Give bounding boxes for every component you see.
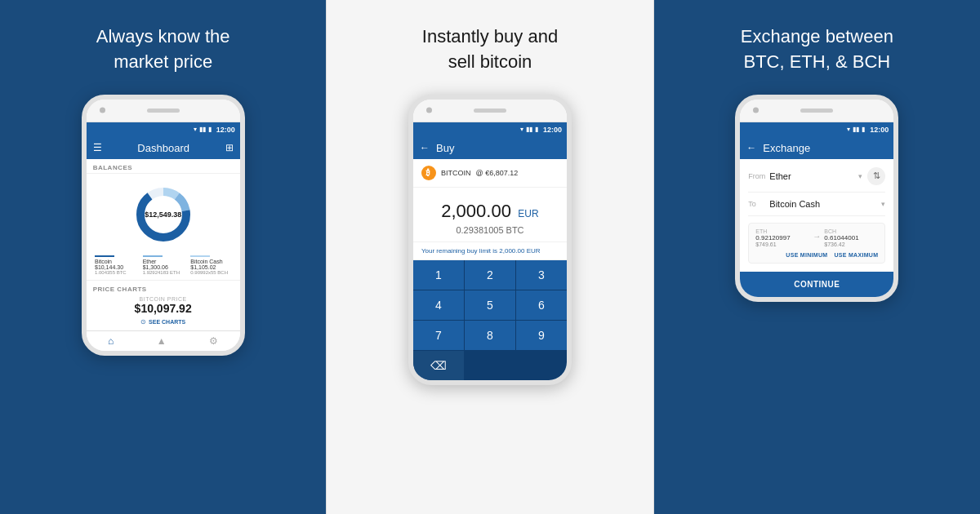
bch-usd: $736.42 xyxy=(824,241,878,247)
bch-usd: $1,105.02 xyxy=(190,264,216,270)
numpad-4[interactable]: 4 xyxy=(413,290,464,320)
btc-usd: $10,144.30 xyxy=(95,264,123,270)
use-links-row: USE MINIMUM USE MAXIMUM xyxy=(755,252,878,258)
phone-dashboard: ▾ ▮▮ ▮ 12:00 ☰ Dashboard ⊞ BALANCES xyxy=(82,95,245,356)
balance-eth: Ether $1,300.06 1.92924183 ETH xyxy=(143,255,184,275)
numpad-3[interactable]: 3 xyxy=(516,260,567,290)
numpad-7[interactable]: 7 xyxy=(413,321,464,350)
use-maximum-btn[interactable]: USE MAXIMUM xyxy=(834,252,878,258)
balance-bch: Bitcoin Cash $1,105.02 0.90992x55 BCH xyxy=(190,255,231,275)
phone-top-bar-exchange xyxy=(740,100,893,122)
bottom-nav: ⌂ ▲ ⚙ xyxy=(87,330,240,351)
eth-crypto: 1.92924183 ETH xyxy=(143,270,180,275)
exchange-status-icons: ▾ ▮▮ ▮ xyxy=(847,126,865,133)
buy-limit-text: Your remaining buy limit is xyxy=(421,247,499,255)
eth-usd: $749.61 xyxy=(755,241,809,247)
see-charts-btn[interactable]: ⊙ SEE CHARTS xyxy=(93,318,234,326)
balance-btc: Bitcoin $10,144.30 1.004355 BTC xyxy=(95,255,136,275)
eur-amount-display: 2,000.00 EUR xyxy=(421,201,559,222)
buy-status-time: 12:00 xyxy=(543,126,562,134)
btc-line xyxy=(95,255,114,257)
eur-amount: 2,000.00 xyxy=(441,201,511,221)
eth-line xyxy=(143,255,163,257)
phone-exchange: ▾ ▮▮ ▮ 12:00 ← Exchange From Ether ▾ ⇅ T… xyxy=(735,95,898,302)
btc-icon-buy: ₿ xyxy=(421,166,436,180)
btc-circle-icon: ⊙ xyxy=(140,318,146,326)
status-icons: ▾ ▮▮ ▮ xyxy=(194,126,212,133)
swap-button[interactable]: ⇅ xyxy=(867,167,885,185)
eth-amount: 0.92120997 xyxy=(755,234,809,241)
amounts-row: ETH 0.92120997 $749.61 → BCH 0.61044001 … xyxy=(755,228,878,247)
phone-top-bar xyxy=(87,100,240,122)
back-arrow-exchange[interactable]: ← xyxy=(746,142,756,153)
use-minimum-btn[interactable]: USE MINIMUM xyxy=(786,252,827,258)
numpad-9[interactable]: 9 xyxy=(516,321,567,350)
exchange-content: From Ether ▾ ⇅ To Bitcoin Cash ▾ ETH 0.9… xyxy=(740,159,893,272)
arrow-icon: → xyxy=(813,228,821,241)
phone-buy: ▾ ▮▮ ▮ 12:00 ← Buy ₿ BITCOIN @ €6,807.12… xyxy=(408,95,572,385)
from-dropdown-icon[interactable]: ▾ xyxy=(858,172,862,180)
numpad-5[interactable]: 5 xyxy=(465,290,515,320)
exchange-status-time: 12:00 xyxy=(870,126,889,134)
numpad-1[interactable]: 1 xyxy=(413,260,464,290)
wifi-icon: ▾ xyxy=(194,126,197,133)
status-time: 12:00 xyxy=(216,126,235,134)
from-label: From xyxy=(748,172,764,180)
phone-camera-exchange xyxy=(753,108,759,113)
btc-name: Bitcoin xyxy=(95,259,112,264)
price-charts-section: PRICE CHARTS BITCOIN PRICE $10,097.92 ⊙ … xyxy=(87,281,240,330)
bitcoin-price-label: BITCOIN PRICE xyxy=(93,296,234,302)
middle-panel-title: Instantly buy and sell bitcoin xyxy=(422,24,558,75)
right-panel: Exchange between BTC, ETH, & BCH ▾ ▮▮ ▮ … xyxy=(654,0,980,514)
btc-crypto: 1.004355 BTC xyxy=(95,270,127,275)
buy-signal-icon: ▮▮ xyxy=(526,126,532,133)
eth-name: Ether xyxy=(143,259,157,264)
buy-content: ₿ BITCOIN @ €6,807.12 2,000.00 EUR 0.293… xyxy=(413,159,567,380)
status-bar: ▾ ▮▮ ▮ 12:00 xyxy=(87,122,240,137)
numpad-backspace[interactable]: ⌫ xyxy=(413,351,464,380)
qr-icon[interactable]: ⊞ xyxy=(225,142,234,153)
exchange-amounts-section: ETH 0.92120997 $749.61 → BCH 0.61044001 … xyxy=(748,223,885,264)
phone-speaker xyxy=(147,109,180,113)
balances-label: BALANCES xyxy=(87,159,240,174)
phone-speaker-exchange xyxy=(800,109,833,113)
numpad-8[interactable]: 8 xyxy=(465,321,515,350)
eth-amount-col: ETH 0.92120997 $749.61 xyxy=(755,228,809,247)
exchange-status-bar: ▾ ▮▮ ▮ 12:00 xyxy=(740,122,893,137)
bitcoin-price-value: $10,097.92 xyxy=(93,302,234,315)
bch-label: BCH xyxy=(824,228,842,234)
left-panel-title: Always know the market price xyxy=(96,24,230,75)
buy-title: Buy xyxy=(436,142,454,154)
exchange-title: Exchange xyxy=(763,142,810,154)
back-arrow-buy[interactable]: ← xyxy=(420,142,430,153)
eur-currency[interactable]: EUR xyxy=(518,208,538,219)
phone-top-bar-buy xyxy=(413,100,567,122)
buy-status-bar: ▾ ▮▮ ▮ 12:00 xyxy=(413,122,567,137)
amount-input-area: 2,000.00 EUR 0.29381005 BTC xyxy=(413,188,567,242)
numpad-2[interactable]: 2 xyxy=(465,260,515,290)
bitcoin-name: BITCOIN xyxy=(441,169,471,177)
dashboard-content: BALANCES $12,549.38 Bitcoin xyxy=(87,159,240,330)
eth-usd: $1,300.06 xyxy=(143,264,168,270)
bch-amount-col: BCH 0.61044001 $736.42 xyxy=(824,228,878,247)
to-value: Bitcoin Cash xyxy=(769,199,876,209)
numpad: 1 2 3 4 5 6 7 8 9 ⌫ xyxy=(413,260,567,380)
bitcoin-rate-row: ₿ BITCOIN @ €6,807.12 xyxy=(413,159,567,188)
to-dropdown-icon[interactable]: ▾ xyxy=(881,200,885,208)
buy-battery-icon: ▮ xyxy=(535,126,538,133)
buy-status-icons: ▾ ▮▮ ▮ xyxy=(520,126,538,133)
exchange-battery-icon: ▮ xyxy=(862,126,865,133)
buy-limit-row: Your remaining buy limit is 2,000.00 EUR xyxy=(413,242,567,260)
continue-button[interactable]: CONTINUE xyxy=(740,272,893,297)
settings-nav-icon[interactable]: ⚙ xyxy=(209,335,218,347)
chart-nav-icon[interactable]: ▲ xyxy=(157,335,167,347)
donut-total: $12,549.38 xyxy=(145,210,181,219)
dashboard-title: Dashboard xyxy=(137,142,189,154)
home-nav-icon[interactable]: ⌂ xyxy=(108,335,114,347)
exchange-header: ← Exchange xyxy=(740,137,893,159)
signal-icon: ▮▮ xyxy=(199,126,206,133)
phone-speaker-buy xyxy=(474,109,506,113)
bch-crypto: 0.90992x55 BCH xyxy=(190,270,228,275)
hamburger-icon[interactable]: ☰ xyxy=(93,142,102,153)
numpad-6[interactable]: 6 xyxy=(516,290,567,320)
